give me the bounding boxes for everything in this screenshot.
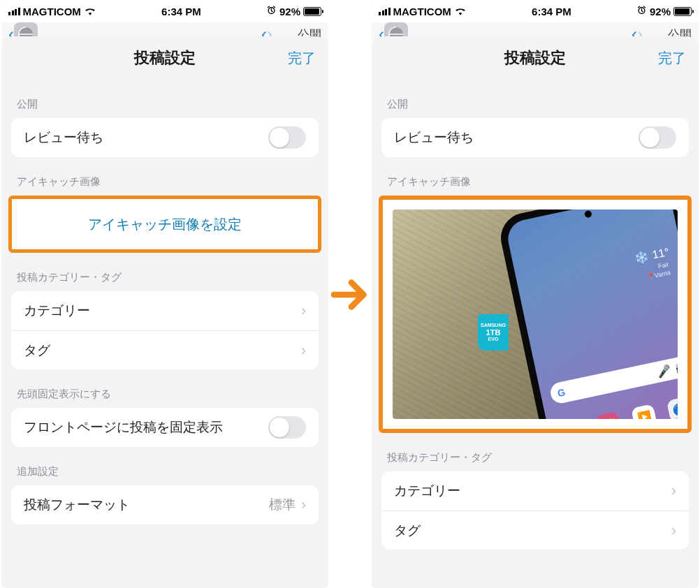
section-publish-label: 公開 bbox=[372, 80, 699, 118]
cattag-group: カテゴリー › タグ › bbox=[11, 291, 319, 369]
carrier-label: MAGTICOM bbox=[393, 6, 451, 17]
alarm-icon bbox=[636, 5, 647, 17]
section-cattag-label: 投稿カテゴリー・タグ bbox=[372, 433, 699, 471]
google-search-mock: G 🎤📷 bbox=[548, 354, 678, 405]
post-format-label: 投稿フォーマット bbox=[24, 496, 130, 514]
status-bar: MAGTICOM 6:34 PM 92% bbox=[1, 0, 328, 22]
transition-arrow-icon bbox=[331, 278, 372, 314]
chevron-right-icon: › bbox=[301, 341, 306, 360]
review-pending-toggle[interactable] bbox=[639, 126, 676, 149]
category-label: カテゴリー bbox=[24, 302, 90, 320]
section-cattag-label: 投稿カテゴリー・タグ bbox=[1, 253, 328, 291]
battery-icon bbox=[673, 7, 692, 16]
sticky-row[interactable]: フロントページに投稿を固定表示 bbox=[11, 408, 319, 447]
chevron-right-icon: › bbox=[671, 522, 676, 540]
sdcard-graphic: SAMSUNG 1TB EVO bbox=[478, 314, 509, 351]
featured-image-highlight: SAMSUNG 1TB EVO ❄️11° Fair 📍Varna bbox=[379, 196, 692, 433]
sticky-label: フロントページに投稿を固定表示 bbox=[24, 418, 223, 436]
section-extra-label: 追加設定 bbox=[1, 447, 328, 485]
tag-row[interactable]: タグ › bbox=[11, 330, 319, 369]
settings-sheet: 投稿設定 完了 公開 レビュー待ち アイキャッチ画像 SAMSUNG 1TB E… bbox=[372, 36, 699, 588]
clock: 6:34 PM bbox=[532, 6, 571, 17]
chevron-right-icon: › bbox=[301, 302, 306, 320]
post-format-value: 標準 bbox=[269, 496, 296, 514]
extra-group: 投稿フォーマット 標準 › bbox=[11, 485, 319, 524]
battery-icon bbox=[303, 7, 321, 16]
section-sticky-label: 先頭固定表示にする bbox=[1, 369, 328, 408]
sticky-toggle[interactable] bbox=[268, 416, 306, 439]
tag-label: タグ bbox=[394, 522, 421, 540]
sticky-group: フロントページに投稿を固定表示 bbox=[11, 408, 319, 447]
publish-group: レビュー待ち bbox=[381, 118, 689, 157]
alarm-icon bbox=[266, 5, 277, 17]
sheet-header: 投稿設定 完了 bbox=[1, 36, 328, 80]
signal-icon bbox=[8, 8, 20, 15]
settings-sheet: 投稿設定 完了 公開 レビュー待ち アイキャッチ画像 アイキャッチ画像を設定 投… bbox=[1, 36, 328, 588]
chevron-right-icon: › bbox=[671, 482, 676, 500]
sheet-title: 投稿設定 bbox=[504, 47, 566, 68]
done-button[interactable]: 完了 bbox=[658, 49, 686, 68]
cattag-group: カテゴリー › タグ › bbox=[381, 471, 689, 550]
phone-before: MAGTICOM 6:34 PM 92% ‹ ‹ › 公開 投稿設定 完了 bbox=[1, 0, 328, 588]
sheet-header: 投稿設定 完了 bbox=[372, 36, 699, 80]
category-row[interactable]: カテゴリー › bbox=[11, 291, 319, 330]
publish-group: レビュー待ち bbox=[11, 118, 319, 157]
carrier-label: MAGTICOM bbox=[23, 6, 81, 17]
review-pending-toggle[interactable] bbox=[268, 126, 306, 149]
set-featured-highlight: アイキャッチ画像を設定 bbox=[8, 196, 321, 253]
battery-pct: 92% bbox=[279, 6, 300, 17]
signal-icon bbox=[379, 8, 391, 15]
done-button[interactable]: 完了 bbox=[288, 49, 316, 68]
clock: 6:34 PM bbox=[161, 6, 201, 17]
review-pending-row[interactable]: レビュー待ち bbox=[381, 118, 689, 157]
post-format-row[interactable]: 投稿フォーマット 標準 › bbox=[11, 485, 319, 524]
battery-pct: 92% bbox=[650, 6, 671, 17]
review-pending-label: レビュー待ち bbox=[24, 128, 103, 147]
category-label: カテゴリー bbox=[394, 482, 460, 500]
tag-row[interactable]: タグ › bbox=[381, 510, 689, 550]
set-featured-image-button[interactable]: アイキャッチ画像を設定 bbox=[12, 199, 318, 249]
featured-image-thumbnail[interactable]: SAMSUNG 1TB EVO ❄️11° Fair 📍Varna bbox=[393, 210, 678, 419]
review-pending-label: レビュー待ち bbox=[394, 128, 474, 147]
review-pending-row[interactable]: レビュー待ち bbox=[11, 118, 319, 157]
chevron-right-icon: › bbox=[301, 496, 306, 514]
sheet-title: 投稿設定 bbox=[134, 47, 196, 68]
section-featured-label: アイキャッチ画像 bbox=[372, 157, 699, 196]
section-publish-label: 公開 bbox=[1, 80, 328, 118]
status-bar: MAGTICOM 6:34 PM 92% bbox=[372, 0, 699, 22]
section-featured-label: アイキャッチ画像 bbox=[1, 157, 328, 196]
tag-label: タグ bbox=[24, 341, 50, 360]
phone-after: MAGTICOM 6:34 PM 92% ‹ ‹ › 公開 投稿設定 完了 bbox=[372, 0, 699, 588]
wifi-icon bbox=[84, 6, 96, 17]
wifi-icon bbox=[454, 6, 467, 17]
category-row[interactable]: カテゴリー › bbox=[381, 471, 689, 510]
